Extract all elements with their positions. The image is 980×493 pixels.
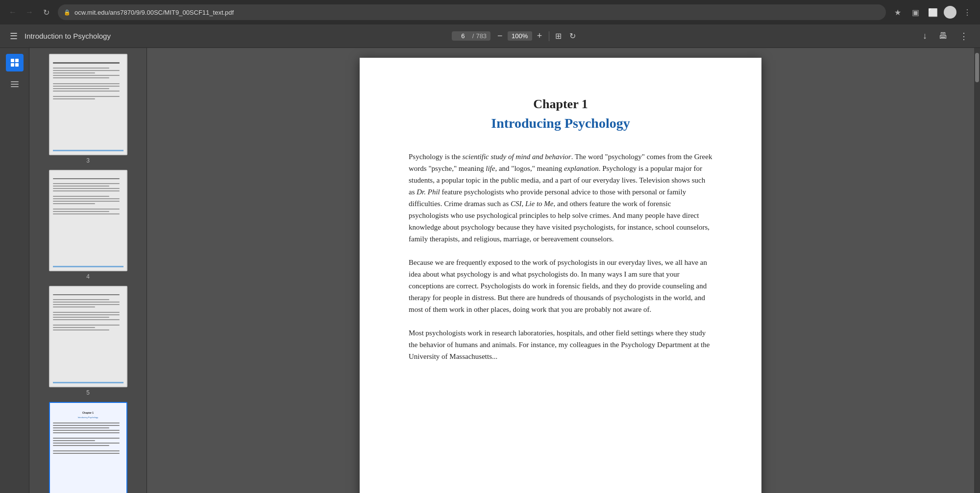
nav-buttons: ← → ↻: [6, 5, 53, 19]
back-button[interactable]: ←: [6, 5, 20, 19]
paragraph-3: Most psychologists work in research labo…: [409, 327, 712, 362]
svg-rect-4: [11, 81, 19, 82]
svg-rect-1: [15, 59, 19, 62]
page-number-input[interactable]: [456, 32, 470, 40]
zoom-controls: − +: [494, 30, 545, 42]
more-options-button[interactable]: ⋮: [956, 29, 972, 44]
pdf-main: 3: [0, 48, 980, 493]
sidebar-thumbnail-icon[interactable]: [6, 54, 24, 71]
toolbar-right: ↓ 🖶 ⋮: [919, 29, 972, 44]
paragraph-2: Because we are frequently exposed to the…: [409, 257, 712, 315]
pdf-content-area[interactable]: Chapter 1 Introducing Psychology Psychol…: [147, 48, 974, 493]
svg-rect-5: [11, 84, 19, 85]
toolbar-divider: [549, 31, 549, 41]
page-separator: /: [472, 32, 474, 40]
thumbnail-num-4: 4: [86, 273, 90, 280]
menu-button[interactable]: ⋮: [960, 5, 974, 19]
thumbnail-img-4: [49, 170, 127, 271]
chapter-body: Psychology is the scientific study of mi…: [409, 151, 712, 362]
italic-life: life: [486, 164, 495, 172]
toolbar-left: ☰ Introduction to Psychology: [8, 29, 111, 44]
svg-rect-3: [15, 63, 19, 67]
thumbnail-page-5[interactable]: 5: [33, 286, 143, 396]
chapter-number: Chapter 1: [409, 97, 712, 112]
toolbar-center: / 783 − + ⊞ ↻: [117, 29, 913, 43]
thumbnail-page-3[interactable]: 3: [33, 54, 143, 164]
chapter-title: Introducing Psychology: [409, 116, 712, 131]
italic-drphil: Dr. Phil: [416, 188, 440, 196]
browser-chrome: ← → ↻ 🔒 ocw.mit.edu/ans7870/9/9.00SC/MIT…: [0, 0, 980, 24]
zoom-in-button[interactable]: +: [534, 30, 545, 42]
thumbnail-page-4[interactable]: 4: [33, 170, 143, 280]
pdf-viewer: ☰ Introduction to Psychology / 783 − + ⊞…: [0, 24, 980, 493]
scroll-thumb[interactable]: [975, 53, 979, 82]
svg-rect-6: [11, 86, 19, 87]
document-title: Introduction to Psychology: [24, 32, 111, 40]
italic-csi: CSI: [511, 200, 522, 208]
paragraph-1: Psychology is the scientific study of mi…: [409, 151, 712, 245]
thumbnail-page-6[interactable]: Chapter 1 Introducing Psychology: [33, 402, 143, 493]
right-scrollbar[interactable]: [974, 48, 980, 493]
profile-avatar[interactable]: [944, 6, 956, 19]
sidebar-toggle-button[interactable]: ☰: [8, 29, 20, 44]
fit-page-button[interactable]: ⊞: [553, 29, 564, 43]
thumbnail-num-3: 3: [86, 157, 90, 164]
thumbnail-num-5: 5: [86, 389, 90, 396]
zoom-out-button[interactable]: −: [494, 30, 506, 42]
rotate-button[interactable]: ↻: [567, 29, 578, 43]
svg-rect-2: [11, 63, 14, 67]
thumbnail-img-3: [49, 54, 127, 155]
sidebar-outline-icon[interactable]: [6, 75, 24, 93]
thumbnail-img-5: [49, 286, 127, 387]
italic-explanation: explanation: [564, 164, 599, 172]
print-button[interactable]: 🖶: [935, 29, 952, 43]
page-controls: / 783: [452, 31, 490, 41]
download-button[interactable]: ↓: [919, 29, 931, 43]
italic-lietome: Lie to Me: [525, 200, 554, 208]
pdf-sidebar: [0, 48, 29, 493]
reload-button[interactable]: ↻: [39, 5, 53, 19]
pdf-page: Chapter 1 Introducing Psychology Psychol…: [360, 58, 761, 493]
browser-actions: ★ ▣ ⬜ ⋮: [891, 5, 974, 19]
page-total: 783: [476, 32, 487, 40]
thumbnail-panel[interactable]: 3: [29, 48, 147, 493]
pdf-toolbar: ☰ Introduction to Psychology / 783 − + ⊞…: [0, 24, 980, 48]
address-bar[interactable]: 🔒 ocw.mit.edu/ans7870/9/9.00SC/MIT9_00SC…: [58, 4, 886, 20]
svg-rect-0: [11, 59, 14, 62]
zoom-input[interactable]: [508, 31, 532, 41]
forward-button[interactable]: →: [23, 5, 36, 19]
split-button[interactable]: ⬜: [926, 5, 940, 19]
url-text: ocw.mit.edu/ans7870/9/9.00SC/MIT9_00SCF1…: [74, 9, 234, 16]
bookmark-button[interactable]: ★: [891, 5, 905, 19]
italic-scientific: scientific study of mind and behavior: [463, 153, 571, 161]
extensions-button[interactable]: ▣: [908, 5, 922, 19]
thumbnail-img-6: Chapter 1 Introducing Psychology: [49, 402, 127, 493]
lock-icon: 🔒: [64, 9, 71, 16]
